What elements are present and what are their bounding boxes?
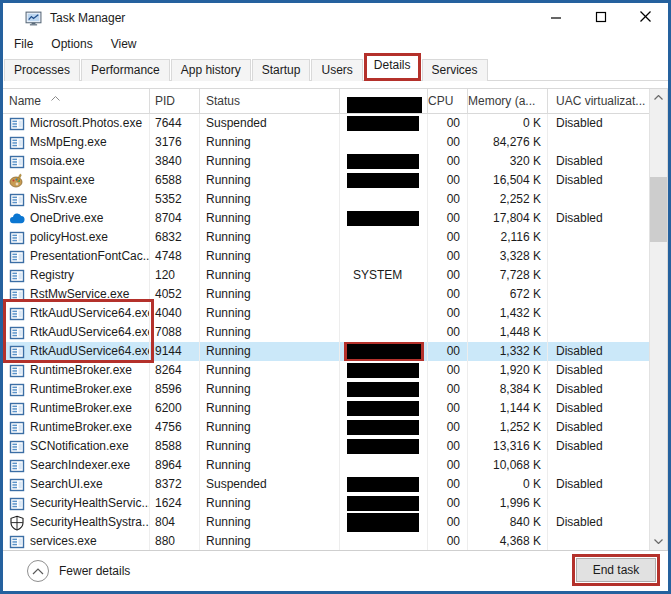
vertical-scrollbar[interactable]	[649, 89, 667, 550]
memory-cell: 0 K	[468, 114, 548, 133]
cpu-cell: 00	[428, 437, 468, 456]
menu-options[interactable]: Options	[42, 35, 101, 53]
cpu-cell: 00	[428, 228, 468, 247]
scrollbar-thumb[interactable]	[650, 177, 667, 242]
table-row[interactable]: RuntimeBroker.exe8264Running001,920 KDis…	[3, 361, 667, 380]
process-name-cell: SearchIndexer.exe	[3, 456, 150, 475]
table-row[interactable]: MsMpEng.exe3176Running0084,276 K	[3, 133, 667, 152]
column-header-cpu[interactable]: CPU	[428, 89, 468, 113]
close-icon	[639, 10, 652, 26]
table-row[interactable]: services.exe880Running004,368 K	[3, 532, 667, 551]
end-task-button[interactable]: End task	[576, 558, 656, 582]
tab-users[interactable]: Users	[311, 59, 362, 81]
user-name-cell	[340, 342, 428, 361]
process-name-cell: PresentationFontCac...	[3, 247, 150, 266]
paint-icon	[9, 173, 25, 189]
memory-cell: 1,996 K	[468, 494, 548, 513]
table-row[interactable]: mspaint.exe6588Running0016,504 KDisabled	[3, 171, 667, 190]
cpu-cell: 00	[428, 323, 468, 342]
process-name: services.exe	[30, 532, 97, 551]
app-icon	[9, 287, 25, 303]
table-row[interactable]: OneDrive.exe8704Running0017,804 KDisable…	[3, 209, 667, 228]
table-row[interactable]: RtkAudUService64.exe4040Running001,432 K	[3, 304, 667, 323]
table-row[interactable]: RtkAudUService64.exe9144Running001,332 K…	[3, 342, 667, 361]
column-header-status[interactable]: Status	[200, 89, 340, 113]
process-status-cell: Running	[200, 494, 340, 513]
redaction-box	[347, 97, 422, 113]
user-name-cell	[340, 513, 428, 532]
scroll-down-icon[interactable]	[650, 533, 667, 550]
tab-performance[interactable]: Performance	[81, 59, 170, 81]
menu-view[interactable]: View	[102, 35, 146, 53]
user-name-cell	[340, 437, 428, 456]
memory-cell: 840 K	[468, 513, 548, 532]
tab-startup[interactable]: Startup	[252, 59, 311, 81]
table-row[interactable]: SearchIndexer.exe8964Running0010,068 K	[3, 456, 667, 475]
menu-file[interactable]: File	[5, 35, 42, 53]
process-status-cell: Suspended	[200, 475, 340, 494]
process-pid-cell: 4040	[150, 304, 200, 323]
cpu-cell: 00	[428, 399, 468, 418]
tab-app-history[interactable]: App history	[171, 59, 251, 81]
process-name: SCNotification.exe	[30, 437, 129, 456]
table-row[interactable]: SecurityHealthSystra...804Running00840 K…	[3, 513, 667, 532]
process-status-cell: Running	[200, 380, 340, 399]
user-name-cell	[340, 494, 428, 513]
maximize-button[interactable]	[578, 3, 623, 33]
cpu-cell: 00	[428, 342, 468, 361]
process-pid-cell: 4052	[150, 285, 200, 304]
table-body: Microsoft.Photos.exe7644Suspended000 KDi…	[3, 114, 667, 551]
minimize-button[interactable]	[533, 3, 578, 33]
tab-processes[interactable]: Processes	[4, 59, 80, 81]
cpu-cell: 00	[428, 418, 468, 437]
table-row[interactable]: RtkAudUService64.exe7088Running001,448 K	[3, 323, 667, 342]
table-row[interactable]: PresentationFontCac...4748Running003,328…	[3, 247, 667, 266]
process-pid-cell: 880	[150, 532, 200, 551]
tab-services[interactable]: Services	[422, 59, 488, 81]
process-status-cell: Running	[200, 209, 340, 228]
redaction-box	[347, 513, 419, 532]
table-row[interactable]: NisSrv.exe5352Running002,252 K	[3, 190, 667, 209]
tab-details[interactable]: Details	[364, 53, 421, 81]
app-icon	[9, 268, 25, 284]
table-row[interactable]: Microsoft.Photos.exe7644Suspended000 KDi…	[3, 114, 667, 133]
column-header-mem[interactable]: Memory (a...	[468, 89, 548, 113]
process-name-cell: RuntimeBroker.exe	[3, 418, 150, 437]
table-row[interactable]: RuntimeBroker.exe8596Running008,384 KDis…	[3, 380, 667, 399]
process-name: RuntimeBroker.exe	[30, 380, 132, 399]
process-pid-cell: 6200	[150, 399, 200, 418]
table-row[interactable]: RuntimeBroker.exe4756Running001,252 KDis…	[3, 418, 667, 437]
table-row[interactable]: policyHost.exe6832Running002,116 K	[3, 228, 667, 247]
tab-strip: ProcessesPerformanceApp historyStartupUs…	[4, 55, 668, 81]
table-row[interactable]: SearchUI.exe8372Suspended000 KDisabled	[3, 475, 667, 494]
user-name-cell	[340, 190, 428, 209]
process-status-cell: Running	[200, 171, 340, 190]
table-row[interactable]: SCNotification.exe8588Running0013,316 KD…	[3, 437, 667, 456]
memory-cell: 1,332 K	[468, 342, 548, 361]
column-header-name[interactable]: Name	[3, 89, 150, 113]
table-row[interactable]: RstMwService.exe4052Running00672 K	[3, 285, 667, 304]
app-icon	[9, 496, 25, 512]
redaction-box	[347, 211, 419, 226]
process-name: SearchIndexer.exe	[30, 456, 130, 475]
task-manager-window: Task Manager FileOptionsView ProcessesPe…	[0, 0, 671, 594]
cpu-cell: 00	[428, 171, 468, 190]
table-row[interactable]: RuntimeBroker.exe6200Running001,144 KDis…	[3, 399, 667, 418]
process-pid-cell: 1624	[150, 494, 200, 513]
redaction-box	[347, 439, 419, 454]
column-header-label: UAC virtualizat...	[556, 94, 645, 108]
table-row[interactable]: Registry120RunningSYSTEM007,728 K	[3, 266, 667, 285]
app-icon	[9, 135, 25, 151]
user-name-cell	[340, 304, 428, 323]
app-icon	[9, 192, 25, 208]
table-row[interactable]: msoia.exe3840Running00320 KDisabled	[3, 152, 667, 171]
scroll-up-icon[interactable]	[650, 89, 667, 106]
process-pid-cell: 8588	[150, 437, 200, 456]
fewer-details-toggle[interactable]: Fewer details	[27, 560, 130, 582]
close-button[interactable]	[623, 3, 668, 33]
table-row[interactable]: SecurityHealthServic...1624Running001,99…	[3, 494, 667, 513]
column-header-pid[interactable]: PID	[150, 89, 200, 113]
process-name: MsMpEng.exe	[30, 133, 107, 152]
column-header-user[interactable]	[340, 89, 428, 113]
user-name-cell	[340, 380, 428, 399]
